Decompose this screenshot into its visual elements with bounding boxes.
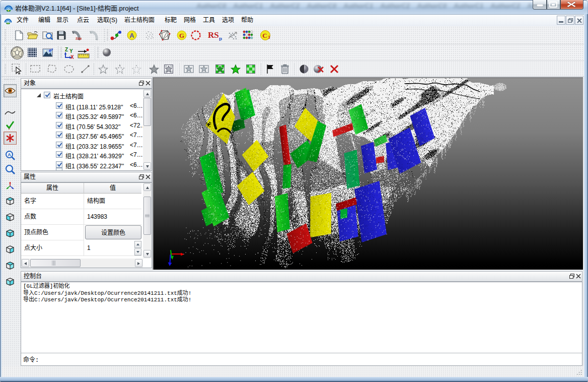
svg-text:C: C: [262, 32, 267, 39]
svg-text:Y: Y: [69, 48, 73, 54]
svg-text:3: 3: [268, 35, 270, 40]
svg-text:Z: Z: [65, 47, 68, 52]
svg-text:A: A: [8, 152, 11, 157]
svg-text:G: G: [179, 32, 184, 39]
svg-text:A: A: [129, 32, 134, 39]
svg-text:e²: e²: [49, 48, 53, 53]
svg-text:Site: Site: [76, 37, 82, 40]
svg-text:p: p: [219, 35, 222, 41]
svg-text:RS: RS: [208, 30, 219, 40]
svg-text:X: X: [70, 54, 74, 59]
